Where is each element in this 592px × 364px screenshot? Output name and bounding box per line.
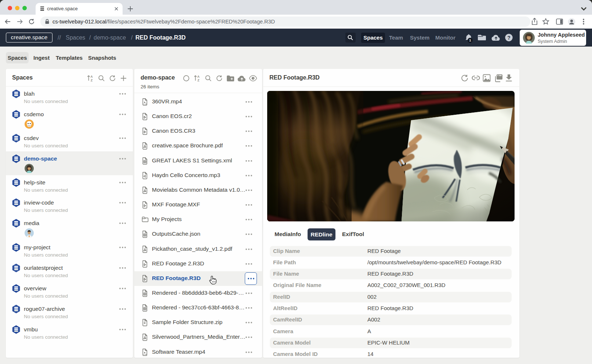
- svg-text:1: 1: [469, 38, 471, 42]
- svg-text:A: A: [90, 75, 92, 78]
- svg-text:?: ?: [507, 35, 511, 41]
- svg-text:Z: Z: [91, 78, 92, 82]
- svg-text:Z: Z: [197, 78, 199, 82]
- svg-text:A: A: [197, 75, 199, 78]
